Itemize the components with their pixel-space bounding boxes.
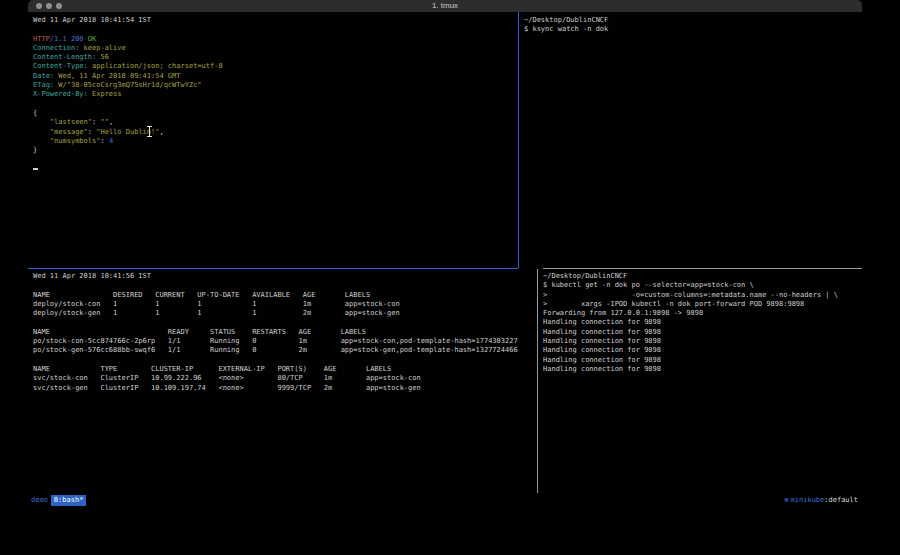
terminal-cursor <box>33 168 38 171</box>
svc-table-row: svc/stock-con ClusterIP 10.99.222.96 <no… <box>33 374 537 383</box>
header-value: W/"38-05coCsrg3mQ75sHr1d/qcWTwYZc" <box>58 81 201 89</box>
svc-table-row: svc/stock-gen ClusterIP 10.109.197.74 <n… <box>33 384 537 393</box>
json-value: 4 <box>109 137 113 145</box>
terminal-window: 1. tmux Wed 11 Apr 2018 10:41:54 IST HTT… <box>28 0 862 507</box>
blank-line <box>33 155 518 164</box>
pod-table-header: NAME READY STATUS RESTARTS AGE LABELS <box>33 328 537 337</box>
http-header-line: Content-Length: 56 <box>33 53 518 62</box>
header-value: application/json; charset=utf-8 <box>92 62 223 70</box>
kube-namespace: :default <box>824 496 858 504</box>
json-entry-line: "message": "Hello Dublin!", <box>33 128 518 137</box>
session-name: demo <box>30 496 51 504</box>
tmux-status-bar: demo 0:bash* ⊛minikube:default <box>28 493 862 507</box>
handling-connection-line: Handling connection for 9898 <box>543 356 862 365</box>
blank-line <box>33 100 518 109</box>
blank-line <box>33 318 537 327</box>
blank-line <box>33 356 537 365</box>
json-value: "" <box>100 118 108 126</box>
handling-connection-line: Handling connection for 9898 <box>543 318 862 327</box>
kube-context: minikube <box>791 496 825 504</box>
json-key: "lastseen" <box>33 118 92 126</box>
header-value: keep-alive <box>84 44 126 52</box>
forwarding-line: Forwarding from 127.0.0.1:9898 -> 9898 <box>543 309 862 318</box>
shell-cursor-line <box>33 165 518 174</box>
json-comma: , <box>159 128 163 136</box>
json-entry-line: "numsymbols": 4 <box>33 137 518 146</box>
timestamp-line: Wed 11 Apr 2018 10:41:54 IST <box>33 16 518 25</box>
header-name: X-Powered-By: <box>33 90 92 98</box>
command-line: $ ksync watch -n dok <box>524 25 862 34</box>
pod-table-row: po/stock-gen-576cc688bb-swqf6 1/1 Runnin… <box>33 346 537 355</box>
header-name: Date: <box>33 72 58 80</box>
pane-port-forward[interactable]: ~/Desktop/DublinCNCF $ kubectl get -n do… <box>538 269 862 493</box>
deploy-table-row: deploy/stock-gen 1 1 1 1 2m app=stock-ge… <box>33 309 537 318</box>
http-version-status: /1.1 200 <box>50 35 88 43</box>
http-header-line: X-Powered-By: Express <box>33 90 518 99</box>
json-entry-line: "lastseen": "", <box>33 118 518 127</box>
http-protocol: HTTP <box>33 35 50 43</box>
timestamp-line: Wed 11 Apr 2018 10:41:56 IST <box>33 272 537 281</box>
json-key: "numsymbols" <box>33 137 100 145</box>
http-status-line: HTTP/1.1 200 OK <box>33 35 518 44</box>
svc-table-header: NAME TYPE CLUSTER-IP EXTERNAL-IP PORT(S)… <box>33 365 537 374</box>
header-value: Express <box>92 90 122 98</box>
pane-http-response[interactable]: Wed 11 Apr 2018 10:41:54 IST HTTP/1.1 20… <box>28 12 518 268</box>
pane-ksync[interactable]: ~/Desktop/DublinCNCF $ ksync watch -n do… <box>519 12 862 268</box>
deploy-table-header: NAME DESIRED CURRENT UP-TO-DATE AVAILABL… <box>33 291 537 300</box>
header-value: Wed, 11 Apr 2018 09:41:54 GMT <box>58 72 180 80</box>
header-name: Content-Type: <box>33 62 92 70</box>
command-line: $ kubectl get -n dok po --selector=app=s… <box>543 281 862 290</box>
header-value: 56 <box>100 53 108 61</box>
handling-connection-line: Handling connection for 9898 <box>543 337 862 346</box>
window-titlebar[interactable]: 1. tmux <box>28 0 862 12</box>
http-header-line: Connection: keep-alive <box>33 44 518 53</box>
desktop: { "window": { "title": "1. tmux" }, "col… <box>0 0 900 555</box>
handling-connection-line: Handling connection for 9898 <box>543 346 862 355</box>
cwd-line: ~/Desktop/DublinCNCF <box>524 16 862 25</box>
json-comma: , <box>109 118 113 126</box>
deploy-table-row: deploy/stock-con 1 1 1 1 1m app=stock-co… <box>33 300 537 309</box>
json-open-brace: { <box>33 109 518 118</box>
http-header-line: Date: Wed, 11 Apr 2018 09:41:54 GMT <box>33 72 518 81</box>
kubernetes-icon: ⊛ <box>784 496 788 504</box>
http-header-line: ETag: W/"38-05coCsrg3mQ75sHr1d/qcWTwYZc" <box>33 81 518 90</box>
status-left: demo 0:bash* <box>30 493 86 507</box>
blank-line <box>33 25 518 34</box>
command-continuation-line: > -o=custom-columns=:metadata.name --no-… <box>543 291 862 300</box>
handling-connection-line: Handling connection for 9898 <box>543 328 862 337</box>
handling-connection-line: Handling connection for 9898 <box>543 365 862 374</box>
header-name: Connection: <box>33 44 84 52</box>
window-title: 1. tmux <box>28 1 862 11</box>
status-right: ⊛minikube:default <box>784 493 858 507</box>
pane-kubectl-resources[interactable]: Wed 11 Apr 2018 10:41:56 IST NAME DESIRE… <box>28 269 537 493</box>
json-value: "Hello Dublin!" <box>96 128 159 136</box>
http-reason: OK <box>88 35 96 43</box>
blank-line <box>33 281 537 290</box>
json-key: "message" <box>33 128 88 136</box>
http-header-line: Content-Type: application/json; charset=… <box>33 62 518 71</box>
command-continuation-line: > xargs -IPOD kubectl -n dok port-forwar… <box>543 300 862 309</box>
pod-table-row: po/stock-con-5cc874766c-2p6rp 1/1 Runnin… <box>33 337 537 346</box>
header-name: Content-Length: <box>33 53 100 61</box>
json-sep: : <box>100 137 108 145</box>
tmux-window-tab[interactable]: 0:bash* <box>51 495 87 506</box>
header-name: ETag: <box>33 81 58 89</box>
cwd-line: ~/Desktop/DublinCNCF <box>543 272 862 281</box>
json-close-brace: } <box>33 146 518 155</box>
json-sep: : <box>88 128 96 136</box>
